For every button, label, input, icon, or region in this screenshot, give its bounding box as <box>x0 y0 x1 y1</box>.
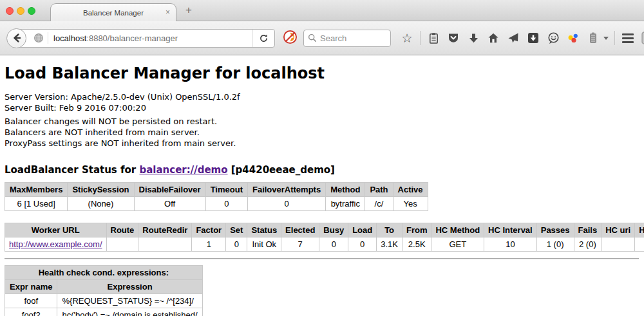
search-bar[interactable] <box>303 30 391 47</box>
table-header-row: MaxMembers StickySession DisableFailover… <box>5 183 428 197</box>
clipboard-icon <box>428 32 440 44</box>
url-path: :8880/balancer-manager <box>86 33 178 43</box>
toolbar-separator <box>420 31 421 45</box>
url-text[interactable]: localhost:8880/balancer-manager <box>53 33 252 43</box>
site-identity-globe-icon[interactable] <box>33 33 44 43</box>
url-bar[interactable]: localhost:8880/balancer-manager <box>16 29 275 48</box>
url-divider <box>48 32 48 44</box>
new-tab-button[interactable]: + <box>185 4 192 17</box>
tab-groups-icon <box>641 31 644 45</box>
video-download-helper-button[interactable] <box>526 31 540 45</box>
table-row: foof %{REQUEST_STATUS} =~ /^[234]/ <box>5 294 203 308</box>
search-input[interactable] <box>320 33 378 43</box>
downloads-button[interactable] <box>466 31 480 45</box>
hamburger-icon <box>622 33 634 35</box>
colored-dots-addon-button[interactable] <box>566 31 580 45</box>
dropdown-caret-icon[interactable] <box>603 37 609 40</box>
section-divider <box>5 258 639 259</box>
toolbar-separator <box>614 31 615 45</box>
server-version: Server Version: Apache/2.5.0-dev (Unix) … <box>5 92 639 103</box>
balancer-demo-link[interactable]: balancer://demo <box>139 164 227 176</box>
colored-dots-icon <box>567 32 580 44</box>
dark-download-icon <box>527 32 540 44</box>
battery-addon-button[interactable] <box>586 31 600 45</box>
balancer-settings-table: MaxMembers StickySession DisableFailover… <box>5 182 428 211</box>
back-button[interactable] <box>6 28 26 48</box>
worker-table: Worker URL Route RouteRedir Factor Set S… <box>5 223 644 252</box>
pocket-button[interactable] <box>446 31 460 45</box>
pocket-icon <box>447 32 460 44</box>
toolbar-icons: ☆ <box>400 31 644 45</box>
flashblock-addon-button[interactable] <box>283 30 298 47</box>
window-titlebar: Balancer Manager × + <box>0 0 644 21</box>
flashblock-icon <box>283 30 298 44</box>
menu-button[interactable] <box>621 31 635 45</box>
notice-proxypass: ProxyPass settings are NOT inherited fro… <box>5 138 639 149</box>
health-table-title: Health check cond. expressions: <box>5 266 203 280</box>
server-info: Server Version: Apache/2.5.0-dev (Unix) … <box>5 92 639 149</box>
minimize-window-button[interactable] <box>17 7 24 15</box>
download-arrow-icon <box>468 32 480 44</box>
back-arrow-icon <box>12 33 22 43</box>
notice-persist: Balancer changes will NOT be persisted o… <box>5 116 639 127</box>
star-icon: ☆ <box>401 32 412 44</box>
smiley-balloon-icon <box>547 32 560 45</box>
page-content: Load Balancer Manager for localhost Serv… <box>0 55 644 316</box>
send-tab-button[interactable] <box>506 31 520 45</box>
table-title-row: Health check cond. expressions: <box>5 266 203 280</box>
reading-list-button[interactable] <box>426 31 440 45</box>
loadbalancer-status-heading: LoadBalancer Status for balancer://demo … <box>5 164 639 176</box>
zoom-window-button[interactable] <box>28 7 35 15</box>
paper-plane-icon <box>507 32 520 44</box>
tab-groups-button[interactable] <box>641 31 644 45</box>
page-title: Load Balancer Manager for localhost <box>5 64 639 82</box>
battery-icon <box>587 32 599 44</box>
reload-icon <box>259 33 269 43</box>
table-header-row: Expr name Expression <box>5 280 203 294</box>
notice-inherit: Balancers are NOT inherited from main se… <box>5 127 639 138</box>
tab-title: Balancer Manager <box>83 9 144 17</box>
table-header-row: Worker URL Route RouteRedir Factor Set S… <box>5 223 644 237</box>
worker-url-link[interactable]: http://www.example.com/ <box>9 239 102 249</box>
home-button[interactable] <box>486 31 500 45</box>
url-domain: localhost <box>53 33 86 43</box>
bookmark-star-button[interactable]: ☆ <box>400 31 414 45</box>
search-icon <box>308 33 317 42</box>
table-row: foof2 hc('body') =~ /domain is establish… <box>5 308 203 316</box>
navigation-toolbar: localhost:8880/balancer-manager ☆ <box>0 21 644 55</box>
tab-close-icon[interactable]: × <box>166 8 170 17</box>
forum-smiley-button[interactable] <box>546 31 560 45</box>
browser-tab[interactable]: Balancer Manager × <box>50 3 176 21</box>
home-icon <box>487 32 500 44</box>
table-row: 6 [1 Used] (None) Off 0 0 bytraffic /c/ … <box>5 197 428 211</box>
reload-button[interactable] <box>252 30 274 47</box>
server-built: Server Built: Feb 9 2016 07:00:20 <box>5 103 639 114</box>
worker-row: http://www.example.com/ 1 0 Init Ok 7 0 … <box>5 237 644 252</box>
close-window-button[interactable] <box>6 7 14 15</box>
health-check-table: Health check cond. expressions: Expr nam… <box>5 265 203 316</box>
